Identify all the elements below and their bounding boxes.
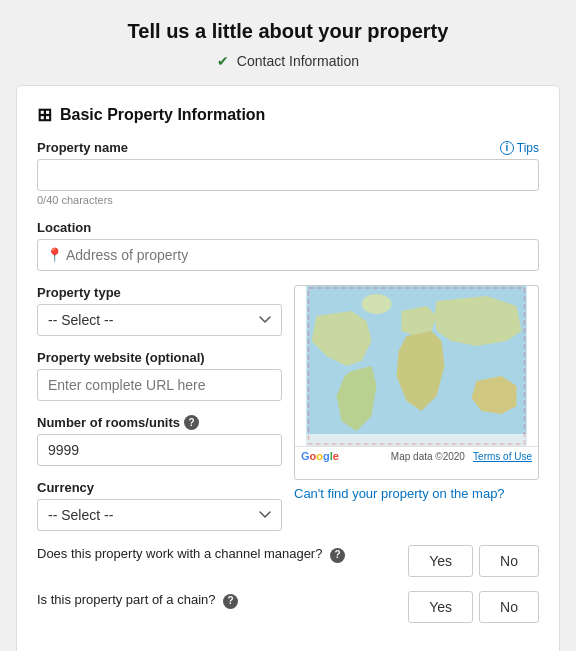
property-name-field: Property name i Tips 0/40 characters — [37, 140, 539, 206]
check-icon: ✔ — [217, 53, 229, 69]
map-container: Google Map data ©2020 Terms of Use — [294, 285, 539, 480]
channel-no-button[interactable]: No — [479, 545, 539, 577]
chain-question: Is this property part of a chain? ? — [37, 591, 392, 609]
property-website-label: Property website (optional) — [37, 350, 282, 365]
map-svg — [295, 286, 538, 446]
left-col: Property type -- Select -- Hotel Apartme… — [37, 285, 282, 531]
map-data-text: Map data ©2020 Terms of Use — [391, 451, 532, 462]
currency-select[interactable]: -- Select -- USD EUR GBP — [37, 499, 282, 531]
channel-help-icon[interactable]: ? — [330, 548, 345, 563]
rooms-label: Number of rooms/units ? — [37, 415, 282, 430]
chain-row: Is this property part of a chain? ? Yes … — [37, 591, 539, 623]
rooms-field: Number of rooms/units ? — [37, 415, 282, 466]
property-type-select[interactable]: -- Select -- Hotel Apartment Guesthouse … — [37, 304, 282, 336]
chain-yes-button[interactable]: Yes — [408, 591, 473, 623]
chain-no-button[interactable]: No — [479, 591, 539, 623]
chain-buttons: Yes No — [408, 591, 539, 623]
property-name-label: Property name i Tips — [37, 140, 539, 155]
terms-link[interactable]: Terms of Use — [473, 451, 532, 462]
char-count: 0/40 characters — [37, 194, 539, 206]
location-label: Location — [37, 220, 539, 235]
step-label: Contact Information — [237, 53, 359, 69]
chain-help-icon[interactable]: ? — [223, 594, 238, 609]
two-col-section: Property type -- Select -- Hotel Apartme… — [37, 285, 539, 531]
map-col: Google Map data ©2020 Terms of Use Can't… — [294, 285, 539, 531]
cant-find-link[interactable]: Can't find your property on the map? — [294, 486, 539, 501]
currency-label: Currency — [37, 480, 282, 495]
tips-link[interactable]: i Tips — [500, 141, 539, 155]
info-icon: i — [500, 141, 514, 155]
channel-manager-row: Does this property work with a channel m… — [37, 545, 539, 577]
channel-manager-question: Does this property work with a channel m… — [37, 545, 392, 563]
google-logo: Google — [301, 450, 339, 462]
building-icon: ⊞ — [37, 104, 52, 126]
step-indicator: ✔ Contact Information — [16, 53, 560, 69]
property-website-input[interactable] — [37, 369, 282, 401]
property-type-field: Property type -- Select -- Hotel Apartme… — [37, 285, 282, 336]
pin-icon: 📍 — [46, 247, 63, 263]
channel-manager-buttons: Yes No — [408, 545, 539, 577]
property-website-field: Property website (optional) — [37, 350, 282, 401]
rooms-input[interactable] — [37, 434, 282, 466]
property-type-label: Property type — [37, 285, 282, 300]
property-name-input[interactable] — [37, 159, 539, 191]
card-header: ⊞ Basic Property Information — [37, 104, 539, 126]
basic-property-card: ⊞ Basic Property Information Property na… — [16, 85, 560, 651]
location-input-wrapper: 📍 — [37, 239, 539, 271]
page-title: Tell us a little about your property — [16, 16, 560, 43]
rooms-help-icon[interactable]: ? — [184, 415, 199, 430]
location-input[interactable] — [37, 239, 539, 271]
card-header-label: Basic Property Information — [60, 106, 265, 124]
location-field: Location 📍 — [37, 220, 539, 271]
currency-field: Currency -- Select -- USD EUR GBP — [37, 480, 282, 531]
map-footer: Google Map data ©2020 Terms of Use — [295, 446, 538, 465]
channel-yes-button[interactable]: Yes — [408, 545, 473, 577]
svg-point-2 — [362, 294, 392, 314]
